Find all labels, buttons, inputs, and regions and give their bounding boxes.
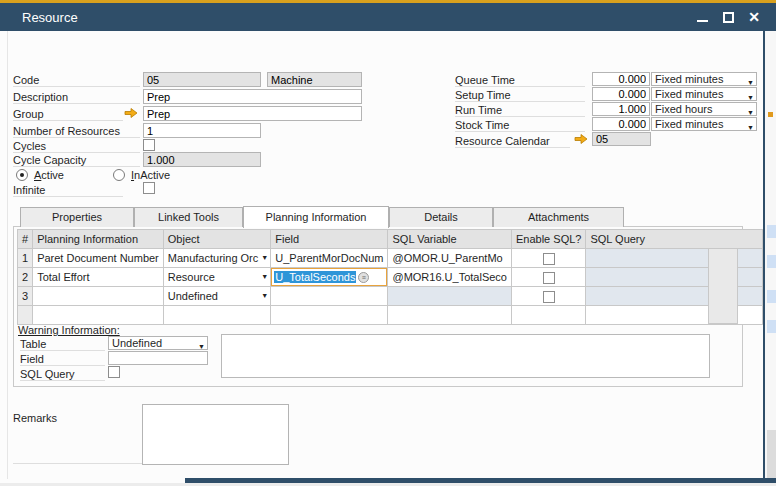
active-radio[interactable] [16,169,28,181]
run-time-label: Run Time [455,103,585,117]
cell-enable-sql[interactable] [511,287,585,306]
cell-planning-information[interactable]: Total Effort [33,268,164,287]
table-row: 2 Total Effort Resource▼ U_TotalSeconds … [18,268,763,287]
cell-sql-variable[interactable] [388,306,512,325]
inactive-radio-label[interactable]: InActive [131,169,170,181]
cell-field[interactable] [271,306,388,325]
row-number[interactable] [18,306,33,325]
background-block [767,430,776,478]
row-number[interactable]: 1 [18,249,33,268]
code-field[interactable] [143,72,261,87]
warning-field-input[interactable] [108,351,208,365]
warning-message-box[interactable] [221,334,710,378]
infinite-label: Infinite [13,183,123,197]
maximize-button[interactable] [720,9,736,25]
number-of-resources-label: Number of Resources [13,124,140,138]
warning-table-select[interactable]: Undefined▼ [108,336,208,350]
cell-sql-variable[interactable]: @MOR16.U_TotalSeco [388,268,512,287]
resource-calendar-field[interactable] [592,132,651,146]
tab-properties[interactable]: Properties [20,207,134,227]
cell-planning-information[interactable]: Paret Document Number [33,249,164,268]
warning-sql-query-checkbox[interactable] [108,366,120,378]
cell-enable-sql[interactable] [511,249,585,268]
enable-sql-checkbox[interactable] [543,291,555,303]
description-field[interactable] [143,89,362,104]
warning-field-label: Field [20,352,105,366]
queue-time-field[interactable] [592,72,650,86]
tab-planning-information[interactable]: Planning Information [243,206,389,228]
cell-enable-sql[interactable] [511,306,585,325]
cycle-capacity-field[interactable] [143,152,261,167]
cell-object-select[interactable]: Manufacturing Orc▼ [163,249,270,268]
col-header-num[interactable]: # [18,230,33,249]
col-header-planning-information[interactable]: Planning Information [33,230,164,249]
setup-time-field[interactable] [592,87,650,101]
col-header-sql-query[interactable]: SQL Query [586,230,763,249]
row-number[interactable]: 2 [18,268,33,287]
row-number[interactable]: 3 [18,287,33,306]
remarks-underline [13,463,142,464]
cycles-label: Cycles [13,139,140,153]
col-header-enable-sql[interactable]: Enable SQL? [511,230,585,249]
background-row-highlight [767,255,776,268]
warning-information-title: Warning Information: [18,324,120,336]
chevron-down-icon: ▼ [261,273,268,280]
tab-linked-tools[interactable]: Linked Tools [134,207,243,227]
enable-sql-checkbox[interactable] [543,253,555,265]
cell-field-active[interactable]: U_TotalSeconds ≡ [271,268,388,287]
cell-field[interactable] [271,287,388,306]
background-row-highlight [767,320,776,333]
cell-object[interactable] [163,306,270,325]
stock-time-unit-select[interactable]: Fixed minutes▼ [651,117,757,131]
col-header-object[interactable]: Object [163,230,270,249]
chevron-down-icon: ▼ [261,292,268,299]
cycles-checkbox[interactable] [143,139,155,151]
setup-time-unit-select[interactable]: Fixed minutes▼ [651,87,757,101]
inactive-radio[interactable] [113,169,125,181]
remarks-label: Remarks [13,411,142,425]
group-field[interactable] [143,106,362,121]
run-time-field[interactable] [592,102,650,116]
col-header-sql-variable[interactable]: SQL Variable [388,230,512,249]
cell-enable-sql[interactable] [511,268,585,287]
tab-attachments[interactable]: Attachments [493,207,624,227]
number-of-resources-field[interactable] [143,123,261,138]
tab-details[interactable]: Details [389,207,493,227]
field-editor[interactable]: U_TotalSeconds ≡ [271,268,387,286]
code-type-field[interactable] [267,72,362,87]
cell-sql-variable[interactable]: @OMOR.U_ParentMo [388,249,512,268]
cell-planning-information[interactable] [33,306,164,325]
cell-object-select[interactable]: Undefined▼ [163,287,270,306]
setup-time-unit-value: Fixed minutes [655,88,723,100]
window-controls: ✕ [694,3,762,31]
table-scrollbar[interactable] [708,248,738,324]
window-title: Resource [22,10,78,25]
background-row-highlight [767,290,776,303]
link-arrow-icon[interactable] [574,133,588,145]
remarks-textarea[interactable] [142,404,289,465]
infinite-checkbox[interactable] [143,182,155,194]
cell-planning-information[interactable] [33,287,164,306]
cell-sql-variable[interactable] [388,287,512,306]
titlebar[interactable]: Resource ✕ [0,3,776,31]
enable-sql-checkbox[interactable] [543,272,555,284]
resource-dialog: Resource ✕ Code Description Group Number… [0,0,776,486]
minimize-button[interactable] [694,9,710,25]
queue-time-unit-select[interactable]: Fixed minutes▼ [651,72,757,86]
cell-object-select[interactable]: Resource▼ [163,268,270,287]
close-button[interactable]: ✕ [746,9,762,25]
minimize-icon [697,20,708,22]
stock-time-field[interactable] [592,117,650,131]
cell-field[interactable]: U_ParentMorDocNum [271,249,388,268]
choose-from-list-icon[interactable]: ≡ [358,272,369,283]
chevron-down-icon: ▼ [747,106,754,116]
link-arrow-icon[interactable] [124,107,138,119]
active-radio-label[interactable]: Active [34,169,64,181]
dialog-content: Code Description Group Number of Resourc… [0,31,763,479]
run-time-unit-value: Fixed hours [655,103,712,115]
object-value: Resource [168,271,215,283]
chevron-down-icon: ▼ [198,340,205,350]
col-header-field[interactable]: Field [271,230,388,249]
background-window-sliver [763,31,776,478]
run-time-unit-select[interactable]: Fixed hours▼ [651,102,757,116]
